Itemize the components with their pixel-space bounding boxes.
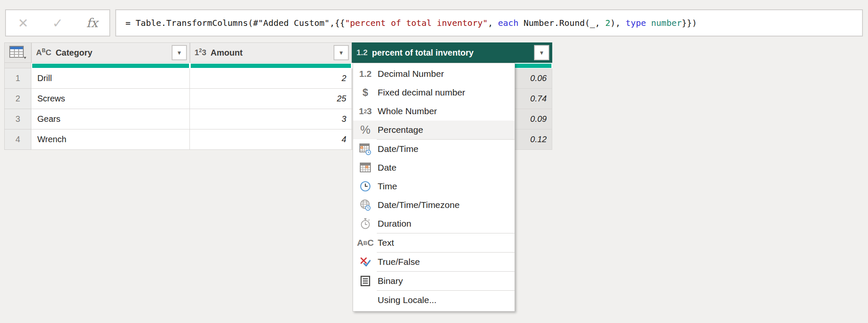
menu-item-date[interactable]: Date [353,158,515,177]
percentage-icon: % [353,124,378,137]
formula-input[interactable]: = Table.TransformColumns(#"Added Custom"… [115,9,863,37]
commit-formula-button[interactable]: ✓ [45,11,70,35]
menu-item-percentage[interactable]: % Percentage [353,121,515,139]
quality-bar-corner [4,63,31,68]
menu-item-datetime[interactable]: Date/Time [353,140,515,158]
datetime-icon [353,143,378,155]
cell-amount[interactable]: 4 [190,129,352,150]
row-number[interactable]: 1 [4,68,31,89]
menu-item-whole-number[interactable]: 123 Whole Number [353,102,515,121]
cell-category[interactable]: Screws [31,89,190,109]
row-number[interactable]: 3 [4,109,31,129]
menu-item-decimal-number[interactable]: 1.2 Decimal Number [353,65,515,83]
category-filter-button[interactable]: ▼ [172,45,187,60]
menu-item-fixed-decimal-number[interactable]: $ Fixed decimal number [353,83,515,102]
date-icon [353,161,378,174]
select-all-table-button[interactable] [4,42,31,63]
fx-add-step-button[interactable]: fx [79,11,105,35]
cell-category[interactable]: Drill [31,68,190,89]
currency-icon: $ [353,87,378,98]
duration-icon [353,217,378,230]
cell-amount[interactable]: 3 [190,109,352,129]
column-label: percent of total inventory [372,48,534,58]
cell-amount[interactable]: 2 [190,68,352,89]
quality-bar-category [31,63,190,68]
datetimezone-icon [353,199,378,211]
row-number[interactable]: 2 [4,89,31,109]
menu-item-binary[interactable]: Binary [353,272,515,290]
column-header-percent-of-total-inventory[interactable]: 1.2 percent of total inventory ▼ [352,42,552,63]
menu-item-datetimezone[interactable]: Date/Time/Timezone [353,196,515,214]
quality-bar-amount [190,63,352,68]
column-label: Category [56,48,172,58]
cancel-formula-button[interactable]: ✕ [11,11,36,35]
cell-category[interactable]: Wrench [31,129,190,150]
row-number[interactable]: 4 [4,129,31,150]
percent-filter-button[interactable]: ▼ [534,45,549,60]
menu-item-time[interactable]: Time [353,177,515,196]
column-label: Amount [211,48,334,58]
data-type-menu: 1.2 Decimal Number $ Fixed decimal numbe… [353,63,515,312]
binary-icon [353,275,378,287]
cell-category[interactable]: Gears [31,109,190,129]
menu-item-using-locale[interactable]: Using Locale... [353,291,515,309]
formula-bar-buttons: ✕ ✓ fx [5,9,110,37]
column-header-amount[interactable]: 123 Amount ▼ [190,42,352,63]
whole-number-icon: 123 [353,106,378,116]
column-header-category[interactable]: ABC Category ▼ [31,42,190,63]
table-icon [9,46,26,59]
text-icon: ABC [353,238,378,248]
decimal-number-type-icon[interactable]: 1.2 [356,48,367,57]
formula-text: = Table.TransformColumns(#"Added Custom"… [125,18,697,28]
menu-item-truefalse[interactable]: True/False [353,253,515,271]
amount-filter-button[interactable]: ▼ [334,45,349,60]
menu-item-duration[interactable]: Duration [353,214,515,233]
whole-number-type-icon: 123 [195,48,206,57]
time-icon [353,180,378,193]
decimal-number-icon: 1.2 [353,69,378,79]
menu-item-text[interactable]: ABC Text [353,233,515,252]
text-type-icon: ABC [36,48,51,57]
cell-amount[interactable]: 25 [190,89,352,109]
truefalse-icon [353,256,378,268]
